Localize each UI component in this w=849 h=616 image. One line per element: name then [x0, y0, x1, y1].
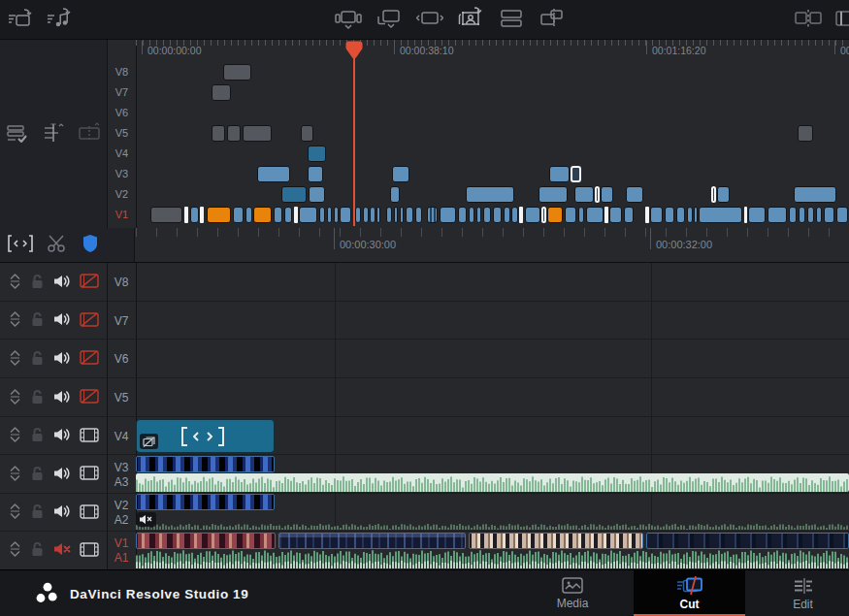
track-mute-icon[interactable]	[53, 466, 72, 484]
overview-clip[interactable]	[665, 207, 674, 223]
overview-ruler[interactable]: 00:00:00:0000:00:38:1000:01:16:2000	[136, 40, 849, 58]
overview-clip[interactable]	[624, 207, 634, 223]
overview-clip[interactable]	[504, 207, 510, 223]
track-video-disabled-icon[interactable]	[80, 312, 99, 330]
video-clip-v1[interactable]	[278, 533, 466, 549]
overview-clip[interactable]	[284, 207, 292, 223]
track-label-video[interactable]: V7	[114, 315, 129, 327]
overview-clip[interactable]	[370, 207, 376, 223]
overview-clip[interactable]	[767, 207, 787, 223]
overview-clip[interactable]	[711, 186, 716, 203]
overview-clip[interactable]	[274, 207, 282, 223]
overview-clip[interactable]	[458, 207, 467, 223]
overview-clip[interactable]	[586, 207, 604, 223]
overview-track-label-v4[interactable]: V4	[108, 147, 136, 159]
audio-clip-a2[interactable]	[136, 511, 849, 530]
tab-edit[interactable]: Edit	[747, 570, 849, 616]
track-lock-icon[interactable]	[30, 541, 45, 560]
overview-track-label-v5[interactable]: V5	[108, 127, 136, 139]
append-icon[interactable]	[375, 6, 404, 31]
track-lock-icon[interactable]	[30, 350, 45, 369]
overview-clip[interactable]	[798, 125, 813, 142]
track-height-control[interactable]	[8, 503, 22, 523]
track-label-video[interactable]: V5	[114, 392, 129, 404]
overview-track-label-v7[interactable]: V7	[108, 86, 136, 98]
boring-detector-icon[interactable]	[82, 234, 99, 256]
overview-clip[interactable]	[340, 207, 351, 223]
overview-clip[interactable]	[571, 166, 581, 182]
trim-tool-icon[interactable]	[8, 235, 33, 255]
overview-clip[interactable]	[415, 207, 422, 223]
track-video-enabled-icon[interactable]	[80, 428, 99, 445]
video-clip-v3[interactable]	[136, 456, 275, 472]
track-mute-icon[interactable]	[53, 427, 72, 445]
smart-insert-icon[interactable]	[334, 6, 363, 31]
sync-bin-icon[interactable]	[42, 122, 65, 146]
overview-clip[interactable]	[574, 186, 594, 203]
overview-clip[interactable]	[200, 207, 204, 223]
track-label-video[interactable]: V1	[114, 537, 129, 549]
audio-clip-a3[interactable]	[136, 473, 849, 492]
track-label-video[interactable]: V3	[114, 462, 129, 473]
track-lock-icon[interactable]	[30, 466, 45, 484]
overview-track-label-v8[interactable]: V8	[108, 66, 136, 78]
overview-clip[interactable]	[319, 207, 325, 223]
track-label-video[interactable]: V6	[114, 353, 129, 365]
overview-track-label-v6[interactable]: V6	[108, 107, 136, 118]
overview-clip[interactable]	[676, 207, 685, 223]
track-label-audio[interactable]: A3	[114, 476, 129, 488]
edge-tool-icon[interactable]	[833, 6, 849, 31]
overview-clip[interactable]	[549, 166, 570, 182]
overview-clip[interactable]	[363, 207, 369, 223]
overview-clip[interactable]	[519, 207, 523, 223]
overview-clip[interactable]	[400, 207, 404, 223]
track-label-video[interactable]: V4	[114, 431, 129, 442]
overview-clip[interactable]	[699, 207, 742, 223]
track-mute-icon[interactable]	[53, 503, 72, 522]
track-height-control[interactable]	[8, 540, 22, 561]
overview-clip[interactable]	[511, 207, 518, 223]
overview-clip[interactable]	[789, 207, 797, 223]
append-audio-icon[interactable]	[45, 6, 74, 31]
overview-clip[interactable]	[190, 207, 199, 223]
overview-clip[interactable]	[799, 207, 805, 223]
track-mute-icon[interactable]	[53, 274, 72, 292]
overview-clip[interactable]	[539, 186, 568, 203]
overview-clip[interactable]	[645, 207, 649, 223]
overview-clip[interactable]	[595, 186, 600, 203]
overview-clip[interactable]	[392, 166, 409, 182]
source-tape-icon[interactable]	[78, 122, 101, 146]
tab-media[interactable]: Media	[514, 570, 631, 616]
overview-clip[interactable]	[440, 207, 456, 223]
overview-clip[interactable]	[386, 207, 392, 223]
tab-cut[interactable]: Cut	[634, 570, 745, 616]
overview-clip[interactable]	[687, 207, 693, 223]
overview-clip[interactable]	[547, 207, 563, 223]
overview-track-label-v3[interactable]: V3	[108, 168, 136, 179]
track-label-video[interactable]: V2	[114, 500, 129, 511]
overview-clip[interactable]	[294, 207, 298, 223]
video-clip-v4[interactable]	[136, 419, 275, 453]
audio-clip-a1[interactable]	[136, 549, 849, 568]
track-lock-icon[interactable]	[30, 311, 45, 330]
video-clip-v1[interactable]	[136, 533, 276, 549]
overview-clip[interactable]	[541, 207, 546, 223]
overview-clip[interactable]	[257, 166, 290, 182]
overview-clip[interactable]	[233, 207, 244, 223]
overview-clip[interactable]	[694, 207, 698, 223]
video-clip-v1[interactable]	[646, 533, 849, 549]
overview-clip[interactable]	[483, 207, 491, 223]
track-video-enabled-icon[interactable]	[80, 542, 99, 560]
playhead-handle[interactable]	[344, 41, 364, 59]
overview-clip[interactable]	[309, 186, 325, 203]
overview-clip[interactable]	[807, 207, 814, 223]
split-clips-icon[interactable]	[794, 6, 823, 31]
overview-clip[interactable]	[578, 207, 584, 223]
overview-clip[interactable]	[327, 207, 332, 223]
overview-clip[interactable]	[601, 186, 613, 203]
ripple-overwrite-icon[interactable]	[415, 6, 444, 31]
track-video-disabled-icon[interactable]	[80, 389, 99, 406]
track-height-control[interactable]	[8, 465, 22, 485]
track-height-control[interactable]	[8, 273, 22, 293]
track-mute-icon-muted[interactable]	[53, 541, 72, 560]
